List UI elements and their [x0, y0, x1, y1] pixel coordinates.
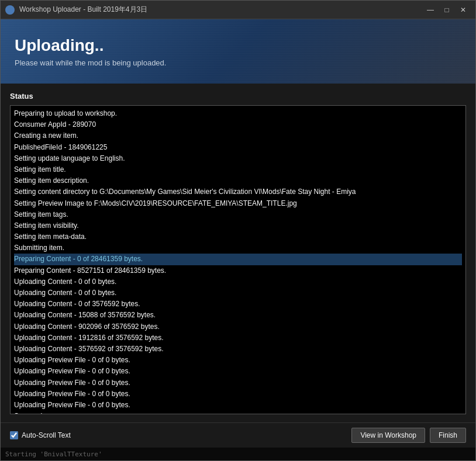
- view-workshop-button[interactable]: View in Workshop: [351, 428, 425, 443]
- log-line: Setting content directory to G:\Document…: [14, 186, 462, 197]
- auto-scroll-checkbox[interactable]: [10, 431, 18, 439]
- log-line: Uploading Preview File - 0 of 0 bytes.: [14, 366, 462, 377]
- log-line: Preparing Content - 0 of 28461359 bytes.: [14, 254, 462, 265]
- main-window: Workshop Uploader - Built 2019年4月3日 — □ …: [0, 0, 476, 461]
- log-line: Uploading Content - 1912816 of 3576592 b…: [14, 332, 462, 344]
- title-bar-left: Workshop Uploader - Built 2019年4月3日: [5, 5, 147, 15]
- log-line: Uploading Content - 902096 of 3576592 by…: [14, 321, 462, 332]
- log-line: Setting Preview Image to F:\Mods\CIV\201…: [14, 198, 462, 209]
- header-subtitle: Please wait while the mod is being uploa…: [15, 58, 461, 67]
- log-line: Preparing to upload to workshop.: [14, 108, 462, 119]
- log-line: PublishedFileId - 1849061225: [14, 142, 462, 153]
- title-bar: Workshop Uploader - Built 2019年4月3日 — □ …: [1, 1, 475, 19]
- log-line: Uploading Preview File - 0 of 0 bytes.: [14, 355, 462, 366]
- log-line: Uploading Content - 0 of 3576592 bytes.: [14, 299, 462, 310]
- log-line: Preparing Content - 8527151 of 28461359 …: [14, 265, 462, 276]
- header-banner: Uploading.. Please wait while the mod is…: [1, 19, 475, 84]
- log-container[interactable]: Preparing to upload to workshop. Consume…: [10, 105, 466, 414]
- log-line: Setting item meta-data.: [14, 231, 462, 242]
- app-icon: [5, 5, 15, 15]
- button-group: View in Workshop Finish: [351, 428, 466, 443]
- log-line: Uploading Preview File - 0 of 0 bytes.: [14, 389, 462, 400]
- log-line: Submitting item.: [14, 242, 462, 254]
- log-line: Creating a new item.: [14, 130, 462, 141]
- log-line: Setting item title.: [14, 164, 462, 175]
- status-label: Status: [10, 92, 466, 100]
- auto-scroll-group: Auto-Scroll Text: [10, 431, 71, 439]
- header-title: Uploading..: [15, 36, 461, 55]
- log-line: Uploading Preview File - 0 of 0 bytes.: [14, 377, 462, 389]
- main-content: Status Preparing to upload to workshop. …: [1, 84, 475, 422]
- finish-button[interactable]: Finish: [430, 428, 466, 443]
- log-line: Setting item visibility.: [14, 220, 462, 231]
- log-line: Uploading Content - 0 of 0 bytes.: [14, 287, 462, 299]
- maximize-button[interactable]: □: [439, 4, 454, 16]
- log-line: Uploading Content - 0 of 0 bytes.: [14, 276, 462, 287]
- log-line: Uploading Preview File - 0 of 0 bytes.: [14, 400, 462, 411]
- log-line: Success!: [14, 411, 462, 414]
- title-bar-controls: — □ ✕: [423, 4, 471, 16]
- log-line: Setting item description.: [14, 175, 462, 186]
- log-line: Uploading Content - 15088 of 3576592 byt…: [14, 310, 462, 321]
- auto-scroll-label: Auto-Scroll Text: [22, 431, 71, 439]
- bottom-bar: Auto-Scroll Text View in Workshop Finish: [1, 422, 475, 448]
- log-line: Uploading Content - 3576592 of 3576592 b…: [14, 344, 462, 355]
- minimize-button[interactable]: —: [423, 4, 438, 16]
- terminal-footer: Starting 'BnivalTTexture': [1, 448, 475, 460]
- terminal-text: Starting 'BnivalTTexture': [5, 450, 102, 458]
- log-line: Consumer AppId - 289070: [14, 119, 462, 130]
- window-title: Workshop Uploader - Built 2019年4月3日: [19, 5, 147, 15]
- log-line: Setting item tags.: [14, 209, 462, 220]
- close-button[interactable]: ✕: [456, 4, 471, 16]
- log-line: Setting update language to English.: [14, 153, 462, 164]
